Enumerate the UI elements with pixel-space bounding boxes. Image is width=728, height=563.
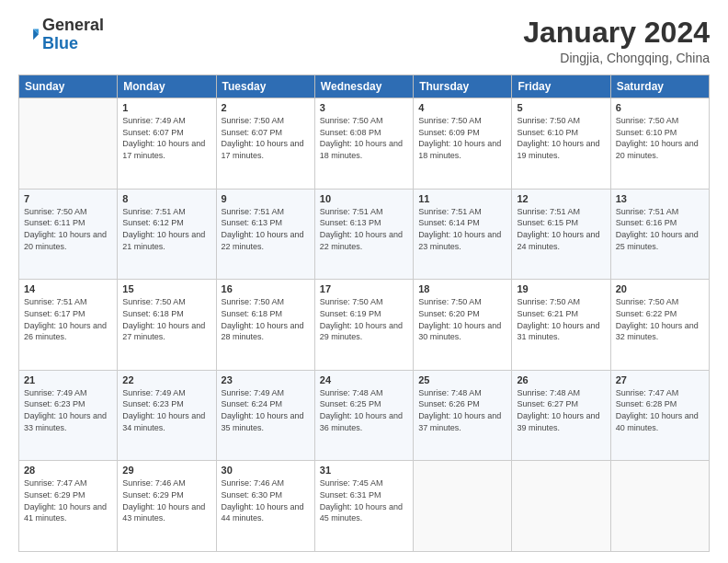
day-number: 29: [122, 465, 210, 476]
calendar-cell: 19Sunrise: 7:50 AMSunset: 6:21 PMDayligh…: [512, 280, 610, 371]
calendar-cell: 6Sunrise: 7:50 AMSunset: 6:10 PMDaylight…: [610, 98, 709, 190]
calendar-week-4: 21Sunrise: 7:49 AMSunset: 6:23 PMDayligh…: [19, 370, 710, 461]
day-info: Sunrise: 7:48 AMSunset: 6:26 PMDaylight:…: [418, 387, 506, 433]
day-number: 24: [320, 374, 408, 385]
calendar-cell: 30Sunrise: 7:46 AMSunset: 6:30 PMDayligh…: [216, 461, 314, 552]
calendar-cell: 2Sunrise: 7:50 AMSunset: 6:07 PMDaylight…: [216, 98, 314, 190]
calendar-cell: 11Sunrise: 7:51 AMSunset: 6:14 PMDayligh…: [414, 189, 512, 280]
calendar-cell: 14Sunrise: 7:51 AMSunset: 6:17 PMDayligh…: [19, 280, 118, 371]
calendar-cell: 8Sunrise: 7:51 AMSunset: 6:12 PMDaylight…: [118, 189, 216, 280]
day-number: 1: [122, 102, 210, 113]
day-info: Sunrise: 7:51 AMSunset: 6:14 PMDaylight:…: [418, 206, 506, 252]
calendar-cell: 21Sunrise: 7:49 AMSunset: 6:23 PMDayligh…: [19, 370, 118, 461]
day-number: 8: [122, 193, 210, 204]
calendar-cell: 4Sunrise: 7:50 AMSunset: 6:09 PMDaylight…: [414, 98, 512, 190]
day-number: 3: [320, 102, 408, 113]
day-number: 30: [222, 465, 310, 476]
day-number: 26: [517, 374, 605, 385]
day-info: Sunrise: 7:49 AMSunset: 6:24 PMDaylight:…: [222, 387, 310, 433]
day-info: Sunrise: 7:50 AMSunset: 6:18 PMDaylight:…: [122, 296, 210, 342]
day-header-tuesday: Tuesday: [216, 75, 314, 98]
calendar-cell: 16Sunrise: 7:50 AMSunset: 6:18 PMDayligh…: [216, 280, 314, 371]
calendar-table: SundayMondayTuesdayWednesdayThursdayFrid…: [18, 75, 710, 552]
day-number: 12: [517, 193, 605, 204]
day-info: Sunrise: 7:50 AMSunset: 6:10 PMDaylight:…: [517, 115, 605, 161]
day-info: Sunrise: 7:51 AMSunset: 6:17 PMDaylight:…: [24, 296, 112, 342]
calendar-cell: 28Sunrise: 7:47 AMSunset: 6:29 PMDayligh…: [19, 461, 118, 552]
calendar-cell: [512, 461, 610, 552]
day-number: 14: [24, 283, 112, 294]
day-number: 2: [222, 102, 310, 113]
calendar-cell: [610, 461, 709, 552]
calendar-cell: 10Sunrise: 7:51 AMSunset: 6:13 PMDayligh…: [314, 189, 413, 280]
calendar-cell: 7Sunrise: 7:50 AMSunset: 6:11 PMDaylight…: [19, 189, 118, 280]
day-info: Sunrise: 7:49 AMSunset: 6:23 PMDaylight:…: [122, 387, 210, 433]
calendar-cell: 20Sunrise: 7:50 AMSunset: 6:22 PMDayligh…: [610, 280, 709, 371]
calendar-cell: 17Sunrise: 7:50 AMSunset: 6:19 PMDayligh…: [314, 280, 413, 371]
calendar-cell: 29Sunrise: 7:46 AMSunset: 6:29 PMDayligh…: [118, 461, 216, 552]
calendar-cell: 18Sunrise: 7:50 AMSunset: 6:20 PMDayligh…: [414, 280, 512, 371]
calendar-cell: 1Sunrise: 7:49 AMSunset: 6:07 PMDaylight…: [118, 98, 216, 190]
calendar-cell: 26Sunrise: 7:48 AMSunset: 6:27 PMDayligh…: [512, 370, 610, 461]
day-number: 10: [320, 193, 408, 204]
day-info: Sunrise: 7:50 AMSunset: 6:09 PMDaylight:…: [418, 115, 506, 161]
day-number: 19: [517, 283, 605, 294]
calendar-cell: 3Sunrise: 7:50 AMSunset: 6:08 PMDaylight…: [314, 98, 413, 190]
day-info: Sunrise: 7:50 AMSunset: 6:11 PMDaylight:…: [24, 206, 112, 252]
calendar-cell: [19, 98, 118, 190]
day-number: 15: [122, 283, 210, 294]
calendar-cell: 13Sunrise: 7:51 AMSunset: 6:16 PMDayligh…: [610, 189, 709, 280]
day-info: Sunrise: 7:50 AMSunset: 6:20 PMDaylight:…: [418, 296, 506, 342]
calendar-week-2: 7Sunrise: 7:50 AMSunset: 6:11 PMDaylight…: [19, 189, 710, 280]
day-number: 25: [418, 374, 506, 385]
month-title: January 2024: [523, 17, 710, 49]
calendar-cell: 31Sunrise: 7:45 AMSunset: 6:31 PMDayligh…: [314, 461, 413, 552]
day-info: Sunrise: 7:51 AMSunset: 6:13 PMDaylight:…: [222, 206, 310, 252]
day-info: Sunrise: 7:50 AMSunset: 6:21 PMDaylight:…: [517, 296, 605, 342]
location: Dingjia, Chongqing, China: [523, 51, 710, 65]
day-header-wednesday: Wednesday: [314, 75, 413, 98]
day-info: Sunrise: 7:49 AMSunset: 6:23 PMDaylight:…: [24, 387, 112, 433]
day-info: Sunrise: 7:47 AMSunset: 6:28 PMDaylight:…: [616, 387, 704, 433]
day-info: Sunrise: 7:51 AMSunset: 6:15 PMDaylight:…: [517, 206, 605, 252]
day-number: 22: [122, 374, 210, 385]
day-number: 4: [418, 102, 506, 113]
day-number: 9: [222, 193, 310, 204]
header: General Blue January 2024 Dingjia, Chong…: [18, 17, 710, 65]
day-header-thursday: Thursday: [414, 75, 512, 98]
day-info: Sunrise: 7:50 AMSunset: 6:08 PMDaylight:…: [320, 115, 408, 161]
calendar-cell: [414, 461, 512, 552]
day-number: 7: [24, 193, 112, 204]
day-number: 6: [616, 102, 704, 113]
day-info: Sunrise: 7:47 AMSunset: 6:29 PMDaylight:…: [24, 477, 112, 523]
day-number: 16: [222, 283, 310, 294]
day-number: 27: [616, 374, 704, 385]
logo-icon: [18, 25, 39, 45]
day-info: Sunrise: 7:50 AMSunset: 6:18 PMDaylight:…: [222, 296, 310, 342]
title-block: January 2024 Dingjia, Chongqing, China: [523, 17, 710, 65]
day-info: Sunrise: 7:50 AMSunset: 6:07 PMDaylight:…: [222, 115, 310, 161]
day-number: 17: [320, 283, 408, 294]
day-number: 18: [418, 283, 506, 294]
calendar-cell: 27Sunrise: 7:47 AMSunset: 6:28 PMDayligh…: [610, 370, 709, 461]
day-info: Sunrise: 7:46 AMSunset: 6:30 PMDaylight:…: [222, 477, 310, 523]
day-header-monday: Monday: [118, 75, 216, 98]
calendar-week-5: 28Sunrise: 7:47 AMSunset: 6:29 PMDayligh…: [19, 461, 710, 552]
day-info: Sunrise: 7:49 AMSunset: 6:07 PMDaylight:…: [122, 115, 210, 161]
logo-blue-text: Blue: [42, 34, 78, 52]
day-number: 13: [616, 193, 704, 204]
logo-text: General Blue: [42, 17, 104, 53]
day-header-saturday: Saturday: [610, 75, 709, 98]
calendar-cell: 24Sunrise: 7:48 AMSunset: 6:25 PMDayligh…: [314, 370, 413, 461]
day-header-sunday: Sunday: [19, 75, 118, 98]
calendar-cell: 23Sunrise: 7:49 AMSunset: 6:24 PMDayligh…: [216, 370, 314, 461]
logo-general-text: General: [42, 16, 104, 34]
day-info: Sunrise: 7:48 AMSunset: 6:25 PMDaylight:…: [320, 387, 408, 433]
logo: General Blue: [18, 17, 104, 53]
day-info: Sunrise: 7:51 AMSunset: 6:13 PMDaylight:…: [320, 206, 408, 252]
day-info: Sunrise: 7:48 AMSunset: 6:27 PMDaylight:…: [517, 387, 605, 433]
calendar-cell: 15Sunrise: 7:50 AMSunset: 6:18 PMDayligh…: [118, 280, 216, 371]
calendar-cell: 12Sunrise: 7:51 AMSunset: 6:15 PMDayligh…: [512, 189, 610, 280]
calendar-cell: 22Sunrise: 7:49 AMSunset: 6:23 PMDayligh…: [118, 370, 216, 461]
calendar-week-3: 14Sunrise: 7:51 AMSunset: 6:17 PMDayligh…: [19, 280, 710, 371]
